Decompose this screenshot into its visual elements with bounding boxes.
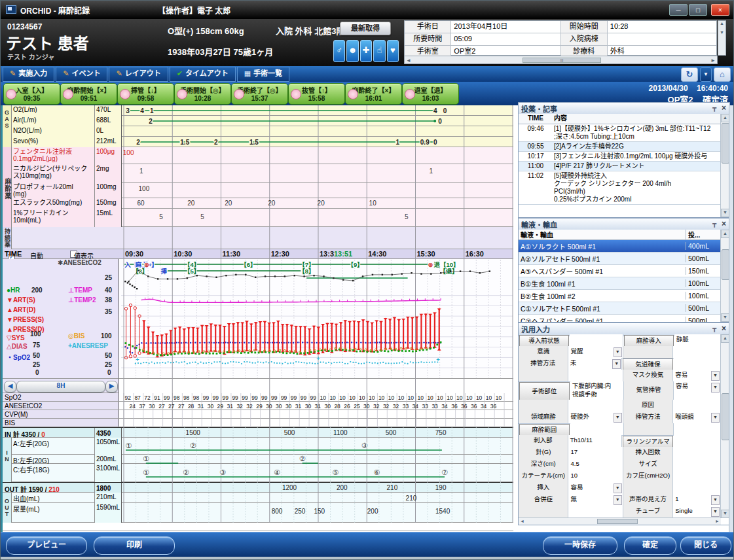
toolbar-tab-3[interactable]: ✎レイアウト [109,67,168,82]
event-button-8[interactable]: 退室【退】16:03 [402,83,459,105]
hand-sign-icon[interactable]: ☝ [373,40,385,62]
mask-face-icon[interactable]: ☻ [346,40,358,62]
fluid-row[interactable]: C①ソルアセトF 500ml #1500mL [519,302,721,315]
chevron-down-icon[interactable]: ▼ [711,371,720,381]
form-combobox[interactable]: 無▼ [568,494,623,506]
refresh-caret-icon[interactable]: ▼ [700,67,712,82]
medical-cross-icon[interactable]: ✚ [360,40,372,62]
scroll-left-button[interactable]: ◀ [4,381,16,393]
toolbar-tab-4[interactable]: ✔タイムアウト [170,67,236,82]
med-note-row[interactable]: 10:17[3]フェンタニル注射液0.1mg/2mL 100μg 硬膜外投与 [519,152,721,162]
med-notes-scrollbar[interactable]: ▲ ▼ [720,114,729,217]
form-field-label: 挿管方法 [623,411,673,424]
time-span-button[interactable]: 8H [16,381,105,393]
chevron-down-icon[interactable]: ▼ [711,507,720,517]
form-combobox[interactable]: 容易▼ [568,482,623,495]
event-button-5[interactable]: 手術終了【◎】15:37 [231,83,288,105]
info-label: 所要時間 [405,33,451,45]
chevron-down-icon[interactable]: ▼ [711,383,720,393]
temp-save-button[interactable]: 一時保存 [543,536,617,555]
maximize-button[interactable]: □ [689,4,707,16]
row-label: 1%フリードカイン 10ml(mL) [12,209,96,227]
fluid-row[interactable]: A③ヘスパンダー 500ml #1150mL [519,265,721,277]
med-note-time: 11:00 [519,162,553,171]
scrollbar-thumb[interactable]: ||| [523,58,601,63]
minimize-button[interactable]: ─ [669,4,688,16]
panel-close-icon[interactable]: × [722,219,726,228]
form-field-label: チューブ [623,506,673,518]
med-note-row[interactable]: 09:46[1]【硬膜外】1%キシロカイン(硬) 3mL 部位:T11~T12 … [519,124,721,142]
row-label: Sevo(%) [12,137,96,147]
gender-male-icon[interactable]: ♂ [333,40,345,62]
med-note-row[interactable]: 09:55[2]Aライン左手橈骨22G [519,142,721,152]
form-field-label: 刺入部 [519,435,568,447]
event-button-4[interactable]: 手術開始【◎】10:28 [174,83,231,105]
home-icon[interactable]: ⌂ [714,67,731,82]
event-button-1[interactable]: 入室【入】09:35 [3,83,60,105]
toolbar-tab-1[interactable]: ✎実施入力 [3,67,54,82]
fluid-row[interactable]: A①ソルラクト 500ml #1400mL [519,240,721,253]
pin-icon[interactable]: ┳ [712,324,716,332]
fluid-row[interactable]: C②ヘスパンダー 500ml #1500mL [519,315,721,322]
refresh-icon[interactable]: ↻ [681,67,698,82]
event-button-2[interactable]: 麻酔開始【×】09:51 [60,83,117,105]
form-empty-cell [568,506,623,518]
close-button[interactable]: × [711,4,729,16]
toolbar-tab-2[interactable]: ✎イベント [56,67,107,82]
fluid-row[interactable]: B①生食 100ml #1100mL [519,277,721,290]
form-combobox[interactable]: Single▼ [673,506,721,518]
list-grid-icon: ▦ [244,69,251,77]
preview-button[interactable]: プレビュー [6,536,87,555]
form-combobox[interactable]: 硬膜外▼ [568,411,623,424]
fluids-scrollbar[interactable]: ▲ ▼ [720,230,729,322]
med-note-row[interactable]: 11:02[5]硬膜外持続注入 クーデック シリンジェクター 200 4ml/h… [519,171,721,205]
pencil-icon: ✎ [116,69,122,77]
print-button[interactable]: 印刷 [94,536,175,555]
surgery-info-vscrollbar[interactable]: ▲▼ [718,20,726,56]
pin-icon[interactable]: ┳ [712,104,716,111]
scroll-right-button[interactable]: ▶ [105,381,118,393]
fluid-row[interactable]: A②ソルアセトF 500ml #1500mL [519,253,721,265]
confirm-button[interactable]: 確定 [624,536,676,555]
form-combobox[interactable]: 容易▼ [673,370,721,382]
fetch-latest-button[interactable]: 最新取得 [340,22,391,35]
pin-icon[interactable]: ┳ [712,220,716,227]
heart-icon[interactable]: ♥ [387,40,399,62]
event-button-6[interactable]: 抜管【↑】15:58 [288,83,345,105]
general-input-vscrollbar[interactable]: ▲ ▼ [720,334,729,518]
form-combobox[interactable]: 覚醒▼ [568,346,623,359]
surgery-info-hscrollbar[interactable]: ◄ ► ||| [404,56,718,64]
panel-close-icon[interactable]: × [722,324,726,333]
surgery-info-row: 手術日2013年04月10日開始時間10:28 [405,21,716,33]
close-screen-button[interactable]: 閉じる [680,536,731,555]
chevron-down-icon[interactable]: ▼ [612,359,621,369]
med-note-row[interactable]: 11:00[4]P/F 217 肺リクルートメント [519,162,721,171]
fluids-panel: 輸液・輸血 ┳ × 輸液・輸血投...A①ソルラクト 500ml #1400mL… [518,218,730,323]
chevron-down-icon[interactable]: ▼ [711,495,720,505]
chevron-down-icon[interactable]: ▼ [614,413,622,423]
event-button-3[interactable]: 挿管【↓】09:58 [117,83,174,105]
form-empty-cell [673,400,721,412]
col-header-content: 内容 [553,114,721,124]
general-input-row: 深さ(cm)4.5サイズ [519,459,721,470]
chevron-down-icon[interactable]: ▼ [614,483,622,493]
fluid-row[interactable]: B②生食 100ml #2100mL [519,290,721,302]
general-input-hscrollbar[interactable]: ◄ ► [519,517,721,525]
drug-row: エスラックス50mg(mg)150mg [3,198,513,209]
form-combobox[interactable]: 1▼ [673,494,721,506]
form-combobox[interactable]: 未▼ [568,358,623,370]
chevron-down-icon[interactable]: ▼ [614,347,622,357]
form-combobox[interactable]: 容易▼ [674,381,721,400]
row-total-value: 688L [94,116,122,126]
event-button-7[interactable]: 麻酔終了【×】16:01 [345,83,402,105]
app-logo-icon [6,5,16,14]
in-row-label: C:右手(18G) [13,464,93,474]
cursor-time-label: 13:51 [334,250,352,258]
chevron-down-icon[interactable]: ▼ [614,495,622,505]
general-input-row: 合併症無▼声帯の見え方1▼ [519,494,721,506]
form-combobox[interactable]: 喉頭鏡▼ [673,411,721,424]
form-section-button[interactable]: 手術部位 [519,382,570,402]
chevron-down-icon[interactable]: ▼ [711,413,720,423]
panel-close-icon[interactable]: × [722,103,726,113]
toolbar-tab-5[interactable]: ▦手術一覧 [237,67,289,82]
